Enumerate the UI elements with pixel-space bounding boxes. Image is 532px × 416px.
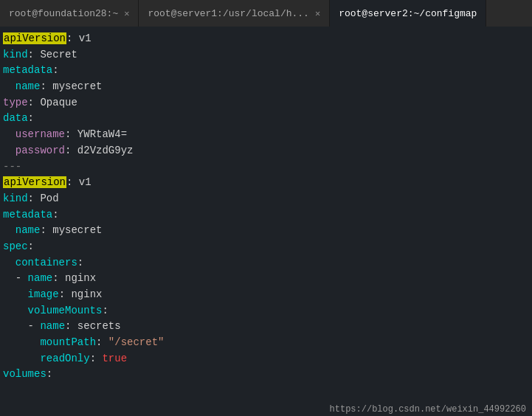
- key-password: password: [15, 145, 65, 156]
- tab-bar: root@foundation28:~ ✕ root@server1:/usr/…: [0, 0, 532, 27]
- tab-foundation[interactable]: root@foundation28:~ ✕: [0, 0, 139, 27]
- val-nginx-2: nginx: [71, 288, 102, 300]
- key-volumes: volumes: [3, 368, 46, 380]
- val-pod: Pod: [40, 193, 58, 204]
- line-15: containers:: [3, 255, 529, 271]
- line-13: name: mysecret: [3, 223, 529, 239]
- tab-server1[interactable]: root@server1:/usr/local/h... ✕: [139, 0, 330, 27]
- key-data: data: [3, 112, 28, 124]
- key-image: image: [28, 288, 59, 300]
- key-mountpath: mountPath: [40, 336, 96, 348]
- val-password: d2VzdG9yz: [77, 145, 134, 156]
- key-type: type: [3, 97, 28, 108]
- line-20: mountPath: "/secret": [3, 335, 529, 351]
- tab-close-foundation[interactable]: ✕: [124, 8, 129, 19]
- val-nginx-1: nginx: [65, 272, 96, 284]
- tab-close-server1[interactable]: ✕: [315, 8, 320, 19]
- tab-label-server1: root@server1:/usr/local/h...: [148, 8, 308, 19]
- key-spec: spec: [3, 240, 28, 252]
- line-11: kind: Pod: [3, 191, 529, 207]
- line-8: password: d2VzdG9yz: [3, 143, 529, 159]
- line-19: - name: secrets: [3, 319, 529, 335]
- line-12: metadata:: [3, 207, 529, 223]
- line-7: username: YWRtaW4=: [3, 127, 529, 143]
- val-secret: Secret: [40, 49, 77, 60]
- tab-label-server2: root@server2:~/configmap: [339, 8, 477, 19]
- line-3: metadata:: [3, 63, 529, 79]
- tab-label-foundation: root@foundation28:~: [9, 8, 118, 19]
- status-url: https://blog.csdn.net/weixin_44992260: [330, 404, 526, 415]
- key-metadata-1: metadata: [3, 64, 52, 76]
- space-1: v1: [72, 32, 91, 44]
- key-name-4: name: [40, 320, 65, 332]
- line-16: - name: nginx: [3, 271, 529, 287]
- keyword-apiversion-1: apiVersion: [3, 32, 66, 44]
- key-readonly: readOnly: [40, 353, 89, 364]
- terminal-content: apiVersion: v1 kind: Secret metadata: na…: [0, 27, 532, 416]
- val-mountpath: "/secret": [108, 336, 165, 348]
- key-kind-2: kind: [3, 193, 28, 204]
- key-name-1: name: [15, 80, 41, 92]
- key-name-3: name: [28, 272, 53, 284]
- key-volumemounts: volumeMounts: [28, 305, 103, 316]
- key-name-2: name: [15, 224, 41, 236]
- key-username: username: [15, 128, 65, 140]
- val-v1-2: v1: [72, 176, 91, 188]
- line-2: kind: Secret: [3, 47, 529, 63]
- val-opaque: Opaque: [40, 97, 77, 108]
- key-containers: containers: [15, 257, 77, 268]
- val-username: YWRtaW4=: [77, 128, 127, 140]
- key-kind-1: kind: [3, 49, 28, 60]
- separator: ---: [3, 161, 21, 173]
- keyword-apiversion-2: apiVersion: [3, 176, 66, 188]
- line-1: apiVersion: v1: [3, 31, 529, 47]
- line-10: apiVersion: v1: [3, 175, 529, 191]
- val-secrets: secrets: [77, 320, 121, 332]
- line-22: volumes:: [3, 367, 529, 383]
- line-5: type: Opaque: [3, 95, 529, 111]
- val-readonly: true: [102, 353, 127, 364]
- status-bar: https://blog.csdn.net/weixin_44992260: [324, 403, 532, 416]
- val-name-2: mysecret: [52, 224, 102, 236]
- line-6: data:: [3, 111, 529, 127]
- line-14: spec:: [3, 239, 529, 255]
- val-name-1: mysecret: [52, 80, 102, 92]
- tab-server2[interactable]: root@server2:~/configmap: [330, 0, 486, 27]
- line-18: volumeMounts:: [3, 303, 529, 319]
- key-metadata-2: metadata: [3, 209, 52, 221]
- line-17: image: nginx: [3, 287, 529, 303]
- line-9: ---: [3, 159, 529, 176]
- line-4: name: mysecret: [3, 79, 529, 95]
- line-21: readOnly: true: [3, 351, 529, 367]
